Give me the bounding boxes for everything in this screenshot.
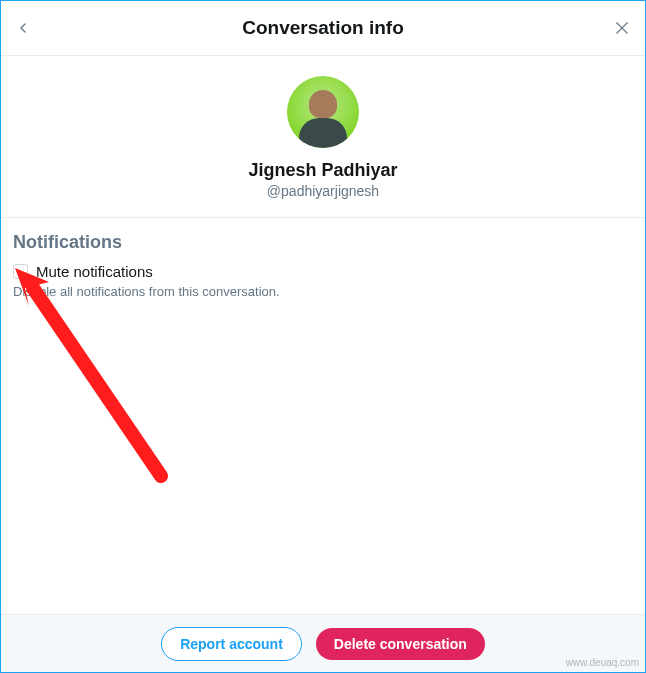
profile-handle[interactable]: @padhiyarjignesh xyxy=(1,183,645,199)
report-account-button[interactable]: Report account xyxy=(161,627,302,661)
close-icon xyxy=(613,19,631,37)
delete-conversation-button[interactable]: Delete conversation xyxy=(316,628,485,660)
avatar[interactable] xyxy=(287,76,359,148)
watermark: www.deuaq.com xyxy=(566,657,639,668)
notifications-section: Notifications Mute notifications Disable… xyxy=(1,218,645,313)
svg-line-3 xyxy=(33,288,161,476)
header: Conversation info xyxy=(1,1,645,56)
mute-description: Disable all notifications from this conv… xyxy=(13,284,633,299)
mute-checkbox[interactable] xyxy=(13,264,28,279)
conversation-info-panel: Conversation info Jignesh Padhiyar @padh… xyxy=(0,0,646,673)
footer: Report account Delete conversation xyxy=(1,614,645,672)
profile-section: Jignesh Padhiyar @padhiyarjignesh xyxy=(1,56,645,218)
notifications-heading: Notifications xyxy=(13,232,633,253)
mute-label: Mute notifications xyxy=(36,263,153,280)
mute-notifications-row[interactable]: Mute notifications xyxy=(13,263,633,280)
close-button[interactable] xyxy=(613,19,631,37)
profile-name[interactable]: Jignesh Padhiyar xyxy=(1,160,645,181)
back-button[interactable] xyxy=(15,20,31,36)
chevron-left-icon xyxy=(15,20,31,36)
page-title: Conversation info xyxy=(242,17,404,39)
